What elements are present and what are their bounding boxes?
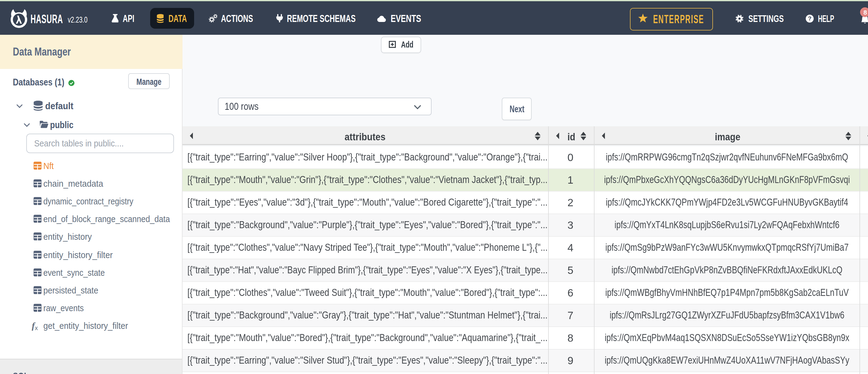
svg-text:?: ?	[808, 15, 811, 22]
